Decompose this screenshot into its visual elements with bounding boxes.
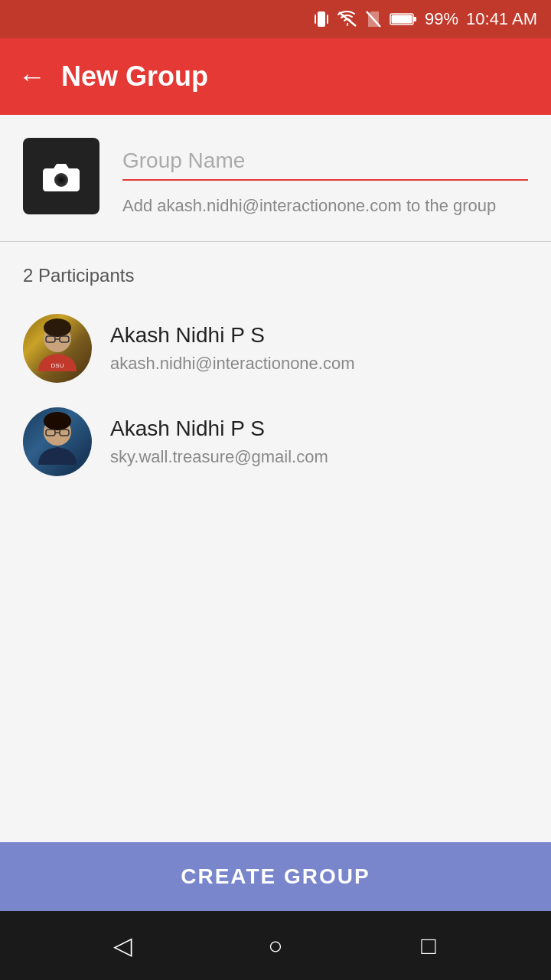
participant-name: Akash Nidhi P S [110,323,355,348]
no-sim-icon [365,10,382,28]
status-bar: 99% 10:41 AM [0,0,551,38]
group-name-form: Add akash.nidhi@interactionone.com to th… [122,138,528,218]
svg-rect-0 [318,11,325,27]
battery-icon [390,11,417,27]
page-title: New Group [61,60,208,93]
battery-percentage: 99% [425,9,458,29]
avatar-figure-2 [23,407,92,476]
camera-button[interactable] [23,138,99,214]
svg-point-17 [44,412,71,430]
create-group-button[interactable]: CREATE GROUP [0,842,551,911]
back-button[interactable]: ← [18,63,46,90]
content-area: Add akash.nidhi@interactionone.com to th… [0,115,551,911]
participant-info: Akash Nidhi P S sky.wall.treasure@gmail.… [110,416,328,467]
svg-rect-6 [392,15,412,24]
participants-section: 2 Participants DSU [0,250,551,496]
status-icons: 99% 10:41 AM [313,9,537,29]
svg-rect-5 [413,17,416,21]
section-divider [0,241,551,242]
nav-recent-button[interactable]: □ [409,926,448,965]
svg-point-11 [44,318,71,337]
group-name-section: Add akash.nidhi@interactionone.com to th… [0,115,551,234]
nav-back-button[interactable]: ◁ [103,926,142,965]
svg-point-9 [59,178,64,182]
nav-home-button[interactable]: ○ [256,926,295,965]
app-bar: ← New Group [0,38,551,115]
avatar: DSU [23,314,92,383]
create-group-label: CREATE GROUP [181,864,370,889]
add-to-group-label: Add akash.nidhi@interactionone.com to th… [122,193,528,218]
group-name-input-wrapper [122,145,528,181]
vibrate-icon [313,9,330,29]
group-name-input[interactable] [122,145,528,181]
nav-bar: ◁ ○ □ [0,911,551,980]
participant-email: akash.nidhi@interactionone.com [110,354,355,374]
avatar [23,407,92,476]
participant-info: Akash Nidhi P S akash.nidhi@interactiono… [110,323,355,374]
svg-rect-2 [327,15,328,24]
wifi-icon [337,11,357,28]
svg-rect-1 [315,15,316,24]
svg-text:DSU: DSU [51,362,64,369]
content-spacer [0,496,551,842]
camera-icon [41,156,81,196]
participants-count-label: 2 Participants [23,265,528,286]
participant-item: DSU Akash Nidhi P S akash.nidhi@interact… [23,302,528,395]
participant-name: Akash Nidhi P S [110,416,328,441]
avatar-figure-1: DSU [23,314,92,383]
time-display: 10:41 AM [466,9,537,29]
participant-email: sky.wall.treasure@gmail.com [110,447,328,467]
participant-item: Akash Nidhi P S sky.wall.treasure@gmail.… [23,395,528,488]
